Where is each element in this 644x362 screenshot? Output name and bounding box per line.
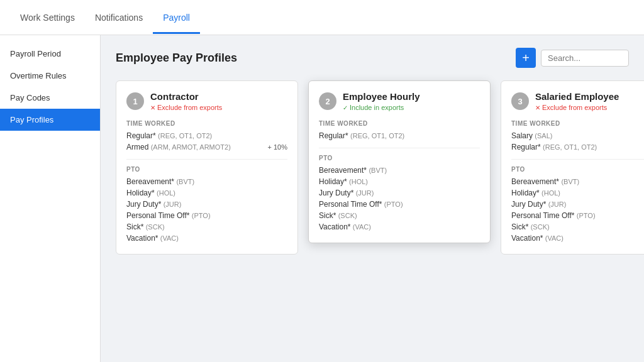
pay-item-name: Sick* (SCK) <box>511 222 550 231</box>
sidebar-item-overtime-rules[interactable]: Overtime Rules <box>0 65 100 87</box>
page-title: Employee Pay Profiles <box>116 52 237 65</box>
card-subtitle-text: Exclude from exports <box>157 104 222 111</box>
pay-item-name: Vacation* (VAC) <box>126 234 179 243</box>
main-content: Employee Pay Profiles + 1 Contractor ✕ E… <box>101 35 644 362</box>
sidebar-item-payroll-period[interactable]: Payroll Period <box>0 43 100 65</box>
pay-item-name: Bereavement* (BVT) <box>126 177 194 186</box>
pay-item-name: Sick* (SCK) <box>126 222 165 231</box>
pay-item: Regular* (REG, OT1, OT2) <box>126 130 287 141</box>
pay-profile-card-1[interactable]: 1 Contractor ✕ Exclude from exports TIME… <box>116 80 298 255</box>
sidebar-item-pay-profiles[interactable]: Pay Profiles <box>0 109 100 131</box>
pay-item-name: Bereavement* (BVT) <box>319 166 387 175</box>
pay-item: Vacation* (VAC) <box>511 233 644 244</box>
pay-item-name: Vacation* (VAC) <box>511 234 564 243</box>
pay-item-name: Regular* (REG, OT1, OT2) <box>319 131 404 140</box>
pay-item-name: Personal Time Off* (PTO) <box>319 200 403 209</box>
pay-item: Bereavement* (BVT) <box>319 165 480 176</box>
pay-item: Jury Duty* (JUR) <box>126 199 287 210</box>
pay-item: Jury Duty* (JUR) <box>319 187 480 199</box>
card-title: Salaried Employee <box>535 91 644 102</box>
header-actions: + <box>516 48 629 68</box>
pay-item: Sick* (SCK) <box>319 210 480 221</box>
card-title-area: Salaried Employee ✕ Exclude from exports <box>535 91 644 111</box>
pay-item: Personal Time Off* (PTO) <box>126 210 287 221</box>
exclude-icon: ✕ <box>535 104 540 111</box>
card-title-area: Employee Hourly ✓ Include in exports <box>343 91 480 111</box>
pay-item-name: Regular* (REG, OT1, OT2) <box>126 131 212 140</box>
pay-item: Salary (SAL) <box>511 130 644 141</box>
pay-item-name: Sick* (SCK) <box>319 211 357 220</box>
section-label: TIME WORKED <box>511 120 644 127</box>
section-divider <box>511 159 644 160</box>
main-layout: Payroll Period Overtime Rules Pay Codes … <box>0 35 644 362</box>
section-divider <box>319 148 480 148</box>
pay-profile-card-2[interactable]: 2 Employee Hourly ✓ Include in exports T… <box>308 80 491 243</box>
pay-item-name: Bereavement* (BVT) <box>511 177 579 186</box>
card-title: Employee Hourly <box>343 91 480 102</box>
pay-item: Regular* (REG, OT1, OT2) <box>319 130 480 141</box>
section-label: PTO <box>511 166 644 173</box>
card-number: 3 <box>511 92 529 110</box>
pay-item: Vacation* (VAC) <box>319 221 480 233</box>
card-number: 2 <box>319 92 336 110</box>
pay-item-extra: + 10% <box>268 143 288 151</box>
pay-item-name: Holiday* (HOL) <box>511 189 560 197</box>
pay-item: Regular* (REG, OT1, OT2) <box>511 141 644 153</box>
card-title: Contractor <box>150 91 287 102</box>
tab-payroll[interactable]: Payroll <box>153 1 200 34</box>
pay-item: Holiday* (HOL) <box>126 187 287 199</box>
pay-item: Sick* (SCK) <box>511 221 644 233</box>
card-subtitle: ✕ Exclude from exports <box>535 104 644 111</box>
add-profile-button[interactable]: + <box>516 48 536 68</box>
card-subtitle: ✕ Exclude from exports <box>150 104 287 111</box>
pay-item: Holiday* (HOL) <box>511 187 644 199</box>
section-label: TIME WORKED <box>126 120 287 127</box>
section-divider <box>126 159 287 160</box>
pay-item: Holiday* (HOL) <box>319 176 480 187</box>
page-header: Employee Pay Profiles + <box>116 48 629 68</box>
section-label: PTO <box>126 166 287 173</box>
pay-item: Vacation* (VAC) <box>126 233 287 244</box>
search-input[interactable] <box>541 50 629 67</box>
section-label: PTO <box>319 155 480 162</box>
sidebar: Payroll Period Overtime Rules Pay Codes … <box>0 35 101 362</box>
exclude-icon: ✕ <box>150 104 155 111</box>
card-header: 2 Employee Hourly ✓ Include in exports <box>319 91 480 111</box>
pay-item-name: Regular* (REG, OT1, OT2) <box>511 143 597 151</box>
section-label: TIME WORKED <box>319 120 480 127</box>
pay-item: Bereavement* (BVT) <box>511 176 644 187</box>
card-header: 3 Salaried Employee ✕ Exclude from expor… <box>511 91 644 111</box>
pay-item-name: Holiday* (HOL) <box>319 177 368 186</box>
pay-item: Armed (ARM, ARMOT, ARMOT2) + 10% <box>126 141 287 153</box>
cards-container: 1 Contractor ✕ Exclude from exports TIME… <box>116 80 629 255</box>
pay-item: Personal Time Off* (PTO) <box>319 199 480 210</box>
card-subtitle: ✓ Include in exports <box>343 104 480 111</box>
pay-item-name: Jury Duty* (JUR) <box>511 200 566 209</box>
pay-item: Bereavement* (BVT) <box>126 176 287 187</box>
card-subtitle-text: Include in exports <box>350 104 404 111</box>
card-number: 1 <box>126 92 144 110</box>
pay-item: Personal Time Off* (PTO) <box>511 210 644 221</box>
pay-item-name: Personal Time Off* (PTO) <box>511 211 596 220</box>
pay-item-name: Holiday* (HOL) <box>126 189 175 197</box>
tab-notifications[interactable]: Notifications <box>85 1 153 34</box>
card-title-area: Contractor ✕ Exclude from exports <box>150 91 287 111</box>
card-subtitle-text: Exclude from exports <box>542 104 607 111</box>
pay-item-name: Jury Duty* (JUR) <box>319 189 374 197</box>
top-navigation: Work Settings Notifications Payroll <box>0 0 644 35</box>
pay-profile-card-3[interactable]: 3 Salaried Employee ✕ Exclude from expor… <box>501 80 644 255</box>
pay-item: Jury Duty* (JUR) <box>511 199 644 210</box>
card-header: 1 Contractor ✕ Exclude from exports <box>126 91 287 111</box>
include-icon: ✓ <box>343 104 348 111</box>
pay-item-name: Personal Time Off* (PTO) <box>126 211 211 220</box>
pay-item-name: Armed (ARM, ARMOT, ARMOT2) <box>126 143 231 151</box>
pay-item-name: Jury Duty* (JUR) <box>126 200 181 209</box>
pay-item-name: Salary (SAL) <box>511 131 552 140</box>
tab-work-settings[interactable]: Work Settings <box>10 1 85 34</box>
sidebar-item-pay-codes[interactable]: Pay Codes <box>0 87 100 109</box>
pay-item-name: Vacation* (VAC) <box>319 222 371 231</box>
pay-item: Sick* (SCK) <box>126 221 287 233</box>
